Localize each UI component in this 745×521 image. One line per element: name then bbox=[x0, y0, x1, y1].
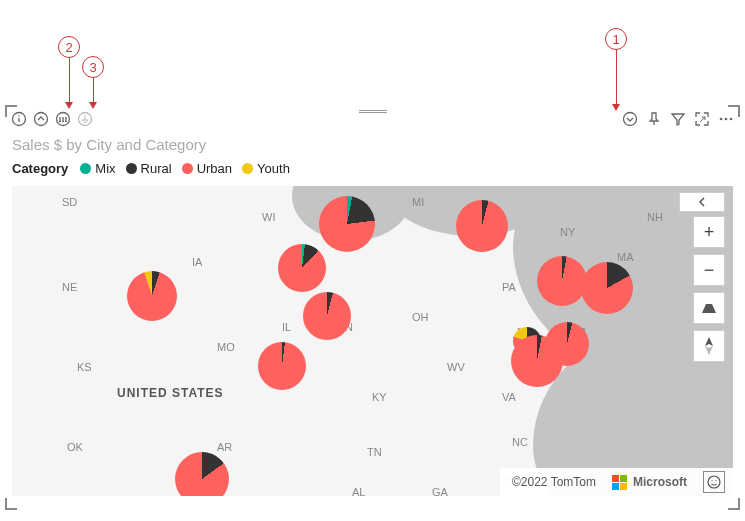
state-label: MA bbox=[617, 251, 634, 263]
map-expand-panel-button[interactable] bbox=[679, 192, 725, 212]
svg-point-13 bbox=[715, 480, 716, 481]
filter-icon[interactable] bbox=[669, 110, 687, 128]
map-controls: + − bbox=[693, 216, 725, 362]
drill-down-all-icon[interactable] bbox=[54, 110, 72, 128]
state-label: OK bbox=[67, 441, 83, 453]
state-label: IL bbox=[282, 321, 291, 333]
svg-point-2 bbox=[18, 115, 19, 116]
legend-item-mix[interactable]: Mix bbox=[80, 161, 115, 176]
tomtom-attribution: ©2022 TomTom bbox=[512, 475, 596, 489]
legend-label: Mix bbox=[95, 161, 115, 176]
pie-marker[interactable] bbox=[278, 244, 326, 292]
legend-item-urban[interactable]: Urban bbox=[182, 161, 232, 176]
state-label: WI bbox=[262, 211, 275, 223]
state-label: MO bbox=[217, 341, 235, 353]
svg-point-3 bbox=[35, 113, 48, 126]
legend-item-youth[interactable]: Youth bbox=[242, 161, 290, 176]
pie-marker[interactable] bbox=[258, 342, 306, 390]
pin-icon[interactable] bbox=[645, 110, 663, 128]
zoom-out-button[interactable]: − bbox=[693, 254, 725, 286]
drill-up-icon[interactable] bbox=[32, 110, 50, 128]
pie-marker[interactable] bbox=[303, 292, 351, 340]
svg-point-10 bbox=[730, 118, 733, 121]
pitch-button[interactable] bbox=[693, 292, 725, 324]
state-label: MI bbox=[412, 196, 424, 208]
swatch-rural bbox=[126, 163, 137, 174]
more-options-icon[interactable] bbox=[717, 110, 735, 128]
expand-next-level-icon bbox=[76, 110, 94, 128]
map-attribution: ©2022 TomTom Microsoft bbox=[500, 468, 733, 496]
state-label: TN bbox=[367, 446, 382, 458]
compass-button[interactable] bbox=[693, 330, 725, 362]
visual-toolbar bbox=[6, 106, 739, 132]
pie-marker[interactable] bbox=[581, 262, 633, 314]
legend-label: Youth bbox=[257, 161, 290, 176]
country-label: UNITED STATES bbox=[117, 386, 224, 400]
pie-marker[interactable] bbox=[127, 271, 177, 321]
pie-marker[interactable] bbox=[537, 256, 587, 306]
pie-marker[interactable] bbox=[319, 196, 375, 252]
legend: Category Mix Rural Urban Youth bbox=[6, 155, 739, 186]
legend-item-rural[interactable]: Rural bbox=[126, 161, 172, 176]
map-canvas[interactable]: SD NE KS OK IA MO AR WI IL IN MI OH KY T… bbox=[12, 186, 733, 496]
svg-point-6 bbox=[624, 113, 637, 126]
svg-point-11 bbox=[708, 476, 720, 488]
zoom-in-button[interactable]: + bbox=[693, 216, 725, 248]
visual-frame: Sales $ by City and Category Category Mi… bbox=[5, 105, 740, 510]
state-label: PA bbox=[502, 281, 516, 293]
state-label: VA bbox=[502, 391, 516, 403]
svg-point-9 bbox=[725, 118, 728, 121]
drag-handle-icon[interactable] bbox=[359, 110, 387, 114]
legend-label: Urban bbox=[197, 161, 232, 176]
swatch-urban bbox=[182, 163, 193, 174]
state-label: IA bbox=[192, 256, 202, 268]
legend-label: Rural bbox=[141, 161, 172, 176]
focus-mode-icon[interactable] bbox=[693, 110, 711, 128]
drill-mode-icon[interactable] bbox=[621, 110, 639, 128]
state-label: AR bbox=[217, 441, 232, 453]
pie-marker[interactable] bbox=[511, 335, 563, 387]
state-label: NY bbox=[560, 226, 575, 238]
state-label: KY bbox=[372, 391, 387, 403]
callout-3: 3 bbox=[82, 56, 104, 78]
state-label: AL bbox=[352, 486, 365, 496]
state-label: NH bbox=[647, 211, 663, 223]
state-label: GA bbox=[432, 486, 448, 496]
microsoft-logo: Microsoft bbox=[612, 475, 687, 490]
visual-title: Sales $ by City and Category bbox=[6, 132, 739, 155]
callout-2: 2 bbox=[58, 36, 80, 58]
legend-title: Category bbox=[12, 161, 68, 176]
svg-point-12 bbox=[711, 480, 712, 481]
callout-1: 1 bbox=[605, 28, 627, 50]
state-label: NE bbox=[62, 281, 77, 293]
svg-point-8 bbox=[720, 118, 723, 121]
feedback-button[interactable] bbox=[703, 471, 725, 493]
state-label: KS bbox=[77, 361, 92, 373]
swatch-mix bbox=[80, 163, 91, 174]
state-label: WV bbox=[447, 361, 465, 373]
swatch-youth bbox=[242, 163, 253, 174]
pie-marker[interactable] bbox=[456, 200, 508, 252]
state-label: OH bbox=[412, 311, 429, 323]
state-label: SD bbox=[62, 196, 77, 208]
info-icon[interactable] bbox=[10, 110, 28, 128]
state-label: NC bbox=[512, 436, 528, 448]
